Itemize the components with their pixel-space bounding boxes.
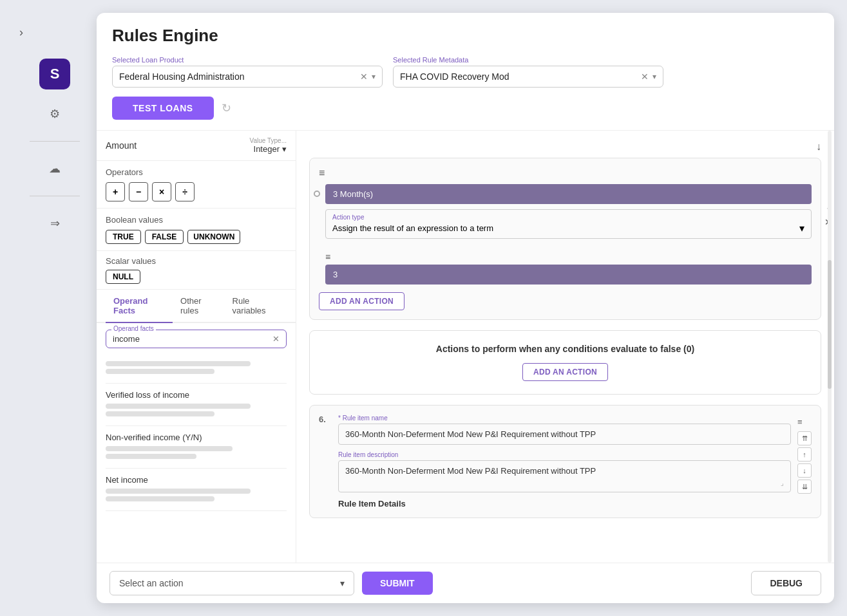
rule-metadata-arrow-icon[interactable]: ▾ <box>652 72 656 81</box>
rule-metadata-box[interactable]: FHA COVID Recovery Mod ✕ ▾ <box>393 66 663 88</box>
false-button[interactable]: FALSE <box>145 230 184 244</box>
value-type-value: Integer <box>254 144 280 154</box>
action-item-1: 3 Month(s) Action type Assign the result… <box>319 184 812 244</box>
plus-button[interactable]: + <box>106 182 125 201</box>
action-bar-1: 3 Month(s) <box>325 184 812 204</box>
action-select-arrow-icon: ▾ <box>340 578 345 588</box>
move-up-button[interactable]: ↑ <box>797 447 812 462</box>
value-type-select[interactable]: Integer ▾ <box>254 144 287 154</box>
list-item[interactable]: Non-verified income (Y/N) <box>106 426 287 469</box>
rule-item-name-label: * Rule item name <box>338 415 791 422</box>
divide-button[interactable]: ÷ <box>175 182 195 201</box>
operators-buttons: + − × ÷ <box>106 182 287 201</box>
fact-name: Verified loss of income <box>106 390 287 400</box>
loan-product-arrow-icon[interactable]: ▾ <box>372 72 376 81</box>
left-panel: Amount Value Type... Integer ▾ Operators… <box>97 131 296 563</box>
sidebar-collapse-icon[interactable]: › <box>19 26 23 39</box>
rule-metadata-clear-icon[interactable]: ✕ <box>641 71 649 82</box>
action-type-arrow-icon: ▾ <box>799 222 804 234</box>
null-button[interactable]: NULL <box>106 270 140 284</box>
rule-item-details-label: Rule Item Details <box>338 499 791 509</box>
tab-rule-variables[interactable]: Rule variables <box>225 290 287 323</box>
facts-list: Verified loss of income Non-verified inc… <box>106 355 287 556</box>
action-bar-2: 3 <box>325 265 812 285</box>
true-actions-section: ≡ 3 Month(s) Action type <box>309 158 821 320</box>
action-type-select[interactable]: Action type Assign the result of an expr… <box>325 209 812 239</box>
tab-operand-facts[interactable]: Operand Facts <box>106 290 173 323</box>
scroll-down-icon[interactable]: ↓ <box>816 141 821 153</box>
multiply-button[interactable]: × <box>152 182 171 201</box>
action-type-label: Action type <box>332 214 804 221</box>
value-type-label: Value Type... <box>250 137 287 144</box>
scrollbar[interactable] <box>828 131 832 563</box>
list-item[interactable]: Verified loss of income <box>106 384 287 426</box>
unknown-button[interactable]: UNKNOWN <box>187 230 240 244</box>
action-select-dropdown[interactable]: Select an action ▾ <box>109 571 354 595</box>
tab-other-rules[interactable]: Other rules <box>173 290 225 323</box>
search-section: Operand facts ✕ Verified loss of income <box>97 323 296 563</box>
cloud-icon[interactable]: ☁ <box>43 157 66 180</box>
rule-item-desc-input[interactable]: 360-Month Non-Deferment Mod New P&I Requ… <box>338 460 791 492</box>
loan-product-label: Selected Loan Product <box>112 56 383 64</box>
rule-item-number: 6. <box>319 415 332 424</box>
loan-product-selector: Selected Loan Product Federal Housing Ad… <box>112 56 383 88</box>
rule-metadata-actions: ✕ ▾ <box>641 71 656 82</box>
rule-item-header: 6. * Rule item name 360-Month Non-Deferm… <box>319 415 812 509</box>
fact-name: Non-verified income (Y/N) <box>106 433 287 442</box>
true-button[interactable]: TRUE <box>106 230 141 244</box>
debug-button[interactable]: DEBUG <box>751 571 821 595</box>
loan-product-box[interactable]: Federal Housing Administration ✕ ▾ <box>112 66 383 88</box>
export-icon[interactable]: ⇒ <box>43 212 66 235</box>
rule-item-name-input[interactable]: 360-Month Non-Deferment Mod New P&I Requ… <box>338 424 791 445</box>
top-bar: Rules Engine Selected Loan Product Feder… <box>97 13 834 131</box>
rule-item-section: 6. * Rule item name 360-Month Non-Deferm… <box>309 405 821 518</box>
skeleton-line <box>106 404 251 409</box>
action-bar-text-2: 3 <box>333 270 338 279</box>
drag-handle-icon[interactable]: ≡ <box>797 417 812 427</box>
scalar-section: Scalar values NULL <box>97 251 296 290</box>
equals-icon-2: ≡ <box>325 252 812 262</box>
app-logo: S <box>39 59 70 89</box>
top-controls: ↓ <box>309 141 821 153</box>
boolean-buttons: TRUE FALSE UNKNOWN <box>106 230 287 244</box>
move-down-button[interactable]: ↓ <box>797 463 812 478</box>
selectors-row: Selected Loan Product Federal Housing Ad… <box>112 56 819 88</box>
settings-icon[interactable]: ⚙ <box>43 102 66 126</box>
rule-item-name-group: * Rule item name 360-Month Non-Deferment… <box>338 415 791 445</box>
list-item[interactable]: Net income <box>106 469 287 511</box>
page-title: Rules Engine <box>112 26 819 46</box>
rule-metadata-selector: Selected Rule Metadata FHA COVID Recover… <box>393 56 663 88</box>
sidebar: › S ⚙ ☁ ⇒ <box>13 13 97 603</box>
rule-metadata-value: FHA COVID Recovery Mod <box>400 71 637 82</box>
action-type-container: Action type Assign the result of an expr… <box>325 204 812 244</box>
add-action-container: ADD AN ACTION <box>319 292 812 310</box>
move-bottom-button[interactable]: ⇊ <box>797 480 812 494</box>
minus-button[interactable]: − <box>129 182 148 201</box>
loan-product-clear-icon[interactable]: ✕ <box>360 71 368 82</box>
left-panel-tabs: Operand Facts Other rules Rule variables <box>97 290 296 323</box>
rule-metadata-label: Selected Rule Metadata <box>393 56 663 64</box>
main-content: Rules Engine Selected Loan Product Feder… <box>97 13 834 603</box>
false-add-action-button[interactable]: ADD AN ACTION <box>522 363 608 381</box>
rule-item-fields: * Rule item name 360-Month Non-Deferment… <box>338 415 791 509</box>
refresh-icon[interactable]: ↻ <box>222 101 231 115</box>
rule-item-desc-value: 360-Month Non-Deferment Mod New P&I Requ… <box>345 466 596 476</box>
fact-name: Net income <box>106 475 287 485</box>
list-item <box>106 355 287 384</box>
scrollbar-thumb <box>828 260 832 389</box>
skeleton-line <box>106 369 214 374</box>
sidebar-divider <box>30 141 80 142</box>
skeleton-line <box>106 411 214 416</box>
move-top-button[interactable]: ⇈ <box>797 431 812 445</box>
false-actions-title: Actions to perform when any conditions e… <box>323 344 808 354</box>
search-clear-icon[interactable]: ✕ <box>272 334 280 344</box>
skeleton-line <box>106 496 214 501</box>
rule-item-desc-label: Rule item description <box>338 451 791 458</box>
test-loans-button[interactable]: TEST LOANS <box>112 97 214 120</box>
bottom-bar: Select an action ▾ SUBMIT DEBUG <box>97 563 834 603</box>
add-action-button[interactable]: ADD AN ACTION <box>319 292 404 310</box>
action-bar-text-1: 3 Month(s) <box>333 189 373 199</box>
rule-item-controls: ≡ ⇈ ↑ ↓ ⇊ <box>797 417 812 494</box>
search-input[interactable] <box>113 334 272 344</box>
submit-button[interactable]: SUBMIT <box>362 572 433 595</box>
